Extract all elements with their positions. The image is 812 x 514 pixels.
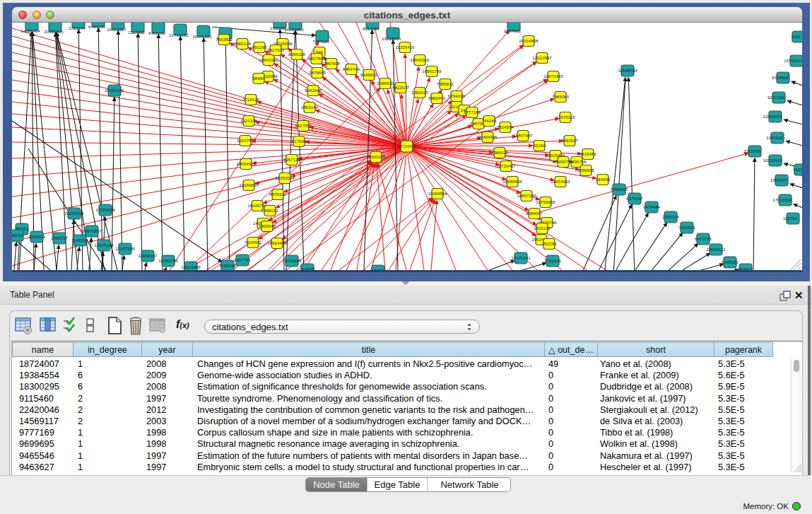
svg-text:8813054: 8813054 — [363, 26, 380, 31]
svg-text:1092346: 1092346 — [219, 263, 237, 268]
svg-text:20364436: 20364436 — [478, 134, 498, 139]
svg-text:1615132: 1615132 — [534, 226, 551, 230]
svg-text:16154808: 16154808 — [519, 38, 539, 43]
svg-text:252254: 252254 — [542, 241, 557, 246]
svg-text:746266: 746266 — [482, 118, 497, 123]
svg-text:1621: 1621 — [793, 167, 802, 172]
svg-text:9227342: 9227342 — [767, 95, 785, 100]
svg-text:10807487: 10807487 — [513, 133, 533, 138]
svg-text:10958107: 10958107 — [138, 253, 158, 258]
svg-text:18724007: 18724007 — [397, 144, 417, 148]
svg-text:6466160: 6466160 — [148, 30, 166, 35]
svg-text:15718485: 15718485 — [282, 258, 302, 263]
svg-text:9827503: 9827503 — [267, 47, 285, 52]
svg-text:10923468: 10923468 — [181, 264, 201, 269]
svg-text:16033809: 16033809 — [284, 27, 304, 32]
svg-text:12213967: 12213967 — [532, 55, 552, 60]
svg-text:3624554: 3624554 — [497, 124, 514, 129]
svg-text:16671385: 16671385 — [192, 34, 212, 39]
svg-text:9827508: 9827508 — [308, 56, 326, 61]
svg-text:891295: 891295 — [252, 45, 267, 49]
svg-text:7986322: 7986322 — [491, 150, 509, 155]
svg-text:7632621: 7632621 — [678, 225, 696, 230]
svg-text:9242848: 9242848 — [305, 88, 322, 93]
svg-text:1112: 1112 — [792, 34, 801, 39]
svg-text:8878332: 8878332 — [269, 192, 287, 197]
svg-text:17957255: 17957255 — [115, 246, 135, 251]
svg-text:7663822: 7663822 — [216, 37, 233, 42]
svg-text:16914479: 16914479 — [267, 240, 287, 245]
svg-text:2718126: 2718126 — [242, 97, 260, 102]
svg-text:19756928: 19756928 — [536, 199, 555, 204]
svg-text:9329966: 9329966 — [772, 75, 789, 80]
svg-text:18807249: 18807249 — [517, 193, 536, 198]
svg-text:1221338: 1221338 — [240, 118, 258, 123]
svg-text:116753: 116753 — [783, 216, 798, 221]
svg-text:16961758: 16961758 — [422, 69, 442, 74]
svg-text:62160: 62160 — [533, 143, 546, 148]
svg-text:8990443: 8990443 — [428, 95, 446, 100]
svg-text:9657791: 9657791 — [234, 257, 252, 262]
svg-text:19654925: 19654925 — [236, 161, 256, 166]
svg-text:8186328: 8186328 — [288, 52, 306, 57]
svg-text:12353594: 12353594 — [275, 175, 295, 180]
svg-text:6463104: 6463104 — [88, 24, 106, 29]
svg-text:1244419: 1244419 — [766, 135, 784, 140]
svg-text:1409948: 1409948 — [259, 223, 276, 228]
svg-text:2942757: 2942757 — [51, 235, 69, 240]
svg-text:16782759: 16782759 — [158, 258, 178, 263]
svg-text:8960124: 8960124 — [234, 41, 252, 46]
svg-text:20691406: 20691406 — [44, 29, 64, 34]
svg-text:11325419: 11325419 — [395, 45, 415, 49]
svg-text:1733426: 1733426 — [544, 258, 562, 263]
svg-text:98965: 98965 — [252, 76, 265, 81]
svg-text:2935114: 2935114 — [662, 214, 679, 219]
svg-text:9777169: 9777169 — [464, 110, 481, 115]
svg-text:8471676: 8471676 — [695, 236, 712, 241]
svg-text:12975115: 12975115 — [555, 115, 575, 119]
svg-text:3215958: 3215958 — [743, 148, 761, 153]
svg-text:19384554: 19384554 — [428, 191, 447, 196]
svg-text:14136141: 14136141 — [511, 255, 531, 260]
svg-text:17359934: 17359934 — [95, 207, 115, 212]
svg-text:19654923: 19654923 — [551, 179, 570, 184]
svg-text:164095: 164095 — [596, 177, 611, 182]
svg-text:16495758: 16495758 — [553, 159, 573, 164]
svg-text:15751074: 15751074 — [784, 58, 802, 63]
svg-text:18640910: 18640910 — [410, 57, 430, 62]
svg-text:5958923: 5958923 — [611, 187, 628, 192]
svg-text:1156829: 1156829 — [28, 234, 45, 239]
svg-text:9146821: 9146821 — [360, 72, 378, 77]
svg-text:10688609: 10688609 — [502, 179, 522, 184]
svg-text:8267130: 8267130 — [283, 157, 301, 162]
svg-text:16210643: 16210643 — [763, 158, 782, 163]
svg-text:8427552: 8427552 — [295, 123, 312, 128]
svg-text:90975867: 90975867 — [82, 228, 102, 233]
svg-text:10653267: 10653267 — [107, 27, 126, 32]
svg-text:8822037: 8822037 — [392, 85, 410, 90]
svg-text:9115460: 9115460 — [579, 151, 596, 156]
svg-text:12093872: 12093872 — [763, 114, 782, 119]
svg-text:10654112: 10654112 — [706, 247, 726, 252]
svg-text:9463627: 9463627 — [561, 138, 579, 143]
svg-text:6379197: 6379197 — [626, 196, 644, 201]
svg-text:1010755: 1010755 — [237, 138, 254, 143]
svg-text:8454749: 8454749 — [343, 66, 360, 71]
svg-text:10719185: 10719185 — [169, 33, 189, 37]
svg-text:18720407: 18720407 — [496, 163, 516, 168]
svg-text:9474444: 9474444 — [643, 204, 661, 209]
svg-text:9084067: 9084067 — [526, 211, 543, 216]
svg-text:12505135: 12505135 — [94, 243, 114, 247]
svg-text:1145194: 1145194 — [71, 238, 88, 243]
svg-text:7485063: 7485063 — [552, 94, 570, 99]
svg-text:20206536: 20206536 — [64, 211, 84, 216]
svg-text:7625402: 7625402 — [245, 240, 262, 245]
svg-text:10973493: 10973493 — [543, 74, 563, 78]
svg-text:7955812: 7955812 — [437, 81, 454, 86]
svg-text:18300295: 18300295 — [366, 154, 386, 159]
svg-text:1588520: 1588520 — [377, 81, 394, 86]
svg-text:20053346: 20053346 — [105, 88, 124, 93]
svg-text:1569297: 1569297 — [770, 177, 788, 182]
svg-text:19166829: 19166829 — [239, 182, 259, 187]
svg-text:3875685: 3875685 — [309, 70, 326, 75]
